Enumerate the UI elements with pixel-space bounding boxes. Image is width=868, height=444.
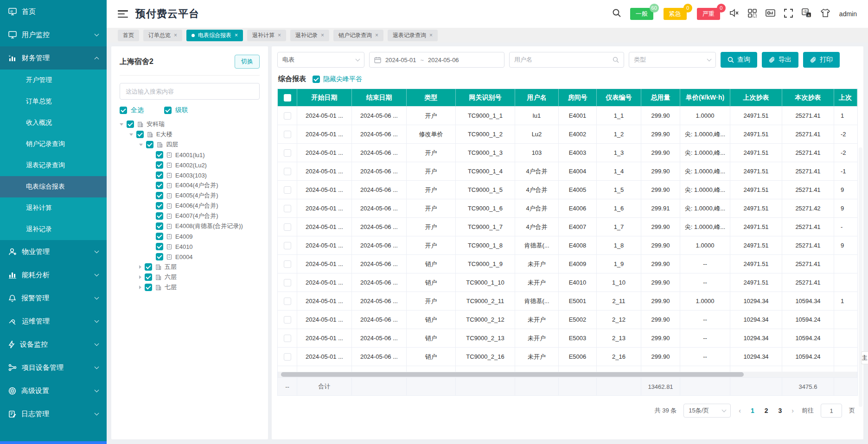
sidebar-item-销户记录查询[interactable]: 销户记录查询 <box>0 133 107 155</box>
sidebar-item-开户管理[interactable]: 开户管理 <box>0 70 107 91</box>
search-icon[interactable] <box>612 8 621 19</box>
next-page-button[interactable]: › <box>791 407 795 414</box>
tree-node-E大楼[interactable]: E大楼 <box>120 129 260 140</box>
tab-close-icon[interactable]: × <box>174 32 177 38</box>
type-select[interactable]: 类型 <box>629 52 716 68</box>
tab-退表记录查询[interactable]: 退表记录查询× <box>388 30 438 41</box>
tree-node-E4003(103)[interactable]: E4003(103) <box>120 170 260 180</box>
tree-node-E4002(Lu2)[interactable]: E4002(Lu2) <box>120 160 260 170</box>
caret-down-icon[interactable] <box>120 123 123 126</box>
select-all-checkbox[interactable] <box>120 107 127 114</box>
page-number-3[interactable]: 3 <box>777 407 784 414</box>
tree-node-checkbox[interactable] <box>156 243 163 250</box>
tree-node-四层[interactable]: 四层 <box>120 140 260 150</box>
row-checkbox[interactable] <box>284 298 291 305</box>
date-range-picker[interactable]: 2024-05-01 ~ 2024-05-06 <box>369 52 504 68</box>
tree-node-E4009[interactable]: E4009 <box>120 231 260 241</box>
row-checkbox[interactable] <box>284 260 291 268</box>
export-button[interactable]: 导出 <box>762 52 798 68</box>
row-checkbox[interactable] <box>284 353 291 361</box>
tree-node-checkbox[interactable] <box>156 161 163 169</box>
tree-node-六层[interactable]: 六层 <box>120 272 260 282</box>
tree-node-E4004(4户合并)[interactable]: E4004(4户合并) <box>120 180 260 190</box>
caret-right-icon[interactable] <box>139 275 141 279</box>
tree-node-E4006(4户合并)[interactable]: E4006(4户合并) <box>120 201 260 211</box>
tree-node-E4001(lu1)[interactable]: E4001(lu1) <box>120 150 260 160</box>
switch-building-button[interactable]: 切换 <box>235 55 260 69</box>
tree-node-checkbox[interactable] <box>145 273 152 281</box>
horizontal-scrollbar[interactable] <box>278 372 857 377</box>
tree-node-checkbox[interactable] <box>156 222 163 230</box>
tab-退补记录[interactable]: 退补记录× <box>290 30 329 41</box>
row-checkbox[interactable] <box>284 112 291 120</box>
tree-node-checkbox[interactable] <box>145 284 152 291</box>
mute-icon[interactable] <box>729 8 739 19</box>
tree-node-安科瑞[interactable]: 安科瑞 <box>120 119 260 129</box>
sidebar-item-运维管理[interactable]: 运维管理 <box>0 310 107 333</box>
sidebar-item-财务管理[interactable]: ¥财务管理 <box>0 46 107 70</box>
tree-node-五层[interactable]: 五层 <box>120 262 260 272</box>
tree-search-input[interactable] <box>120 83 260 100</box>
caret-down-icon[interactable] <box>129 133 133 136</box>
caret-down-icon[interactable] <box>139 144 143 146</box>
sidebar-item-退补记录[interactable]: 退补记录 <box>0 219 107 240</box>
row-checkbox[interactable] <box>284 168 291 175</box>
monitor-chart-icon[interactable] <box>766 9 775 19</box>
sidebar-item-高级设置[interactable]: 高级设置 <box>0 379 107 402</box>
collapse-menu-icon[interactable] <box>118 10 128 18</box>
tab-电表综合报表[interactable]: 电表综合报表× <box>186 30 243 41</box>
meter-type-select[interactable]: 电表 <box>277 52 364 68</box>
sidebar-item-退补计算[interactable]: 退补计算 <box>0 197 107 219</box>
user-name[interactable]: admin <box>839 10 857 18</box>
sidebar-item-能耗分析[interactable]: 能耗分析 <box>0 263 107 286</box>
tab-close-icon[interactable]: × <box>375 32 378 38</box>
tree-node-checkbox[interactable] <box>156 233 163 240</box>
header-checkbox[interactable] <box>284 94 291 101</box>
row-checkbox[interactable] <box>284 205 291 212</box>
vertical-scrollbar[interactable] <box>859 147 862 407</box>
tree-node-E4008(肯德基(合并记录))[interactable]: E4008(肯德基(合并记录)) <box>120 221 260 231</box>
tab-close-icon[interactable]: × <box>235 32 238 38</box>
tree-node-七层[interactable]: 七层 <box>120 282 260 292</box>
sidebar-item-设备监控[interactable]: 设备监控 <box>0 333 107 356</box>
tree-node-E4005(4户合并)[interactable]: E4005(4户合并) <box>120 190 260 201</box>
row-checkbox[interactable] <box>284 223 291 231</box>
row-checkbox[interactable] <box>284 131 291 138</box>
sidebar-item-用户监控[interactable]: 用户监控 <box>0 23 107 46</box>
tree-node-checkbox[interactable] <box>156 182 163 189</box>
row-checkbox[interactable] <box>284 279 291 286</box>
horizontal-scrollbar-thumb[interactable] <box>281 372 744 377</box>
tab-退补计算[interactable]: 退补计算× <box>247 30 286 41</box>
caret-right-icon[interactable] <box>139 265 141 269</box>
row-checkbox[interactable] <box>284 186 291 194</box>
tab-订单总览[interactable]: 订单总览× <box>143 30 182 41</box>
tree-node-checkbox[interactable] <box>156 212 163 220</box>
tree-node-E0004[interactable]: E0004 <box>120 252 260 262</box>
alarm-badge-一般[interactable]: 一般60 <box>630 8 653 20</box>
tree-node-E4007(4户合并)[interactable]: E4007(4户合并) <box>120 211 260 221</box>
alarm-badge-紧急[interactable]: 紧急0 <box>664 8 687 20</box>
sidebar-item-电表综合报表[interactable]: 电表综合报表 <box>0 176 107 197</box>
caret-right-icon[interactable] <box>139 285 141 289</box>
sidebar-item-退表记录查询[interactable]: 退表记录查询 <box>0 155 107 176</box>
hide-peak-toggle[interactable]: 隐藏尖峰平谷 <box>313 75 362 83</box>
hide-peak-checkbox[interactable] <box>313 76 320 83</box>
sidebar-item-订单总览[interactable]: 订单总览 <box>0 91 107 112</box>
tree-node-checkbox[interactable] <box>156 202 163 209</box>
sidebar-item-首页[interactable]: @首页 <box>0 0 107 23</box>
print-button[interactable]: 打印 <box>803 52 840 68</box>
page-number-1[interactable]: 1 <box>749 407 756 414</box>
query-button[interactable]: 查询 <box>721 52 757 68</box>
tree-node-checkbox[interactable] <box>156 253 163 260</box>
username-input[interactable]: 用户名 <box>509 52 624 68</box>
page-number-2[interactable]: 2 <box>763 407 770 414</box>
sidebar-item-日志管理[interactable]: 日志管理 <box>0 402 107 425</box>
row-checkbox[interactable] <box>284 149 291 157</box>
tree-node-E4010[interactable]: E4010 <box>120 241 260 252</box>
goto-page-input[interactable] <box>821 404 842 418</box>
sidebar-item-报警管理[interactable]: 报警管理 <box>0 286 107 310</box>
tree-node-checkbox[interactable] <box>156 151 163 159</box>
cascade-checkbox[interactable] <box>164 107 172 114</box>
sidebar-bottom-scrollbar[interactable] <box>0 441 107 444</box>
tree-node-checkbox[interactable] <box>127 121 134 128</box>
